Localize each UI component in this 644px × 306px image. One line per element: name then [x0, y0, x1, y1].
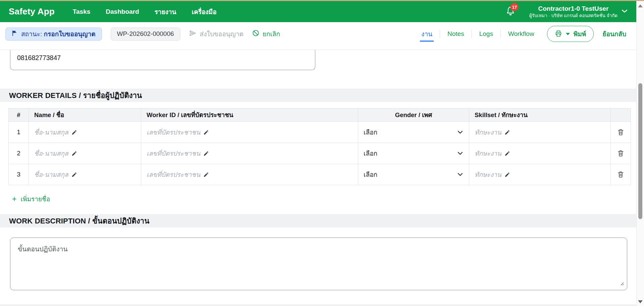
worker-id-field[interactable]: เลขที่บัตรประชาชน: [147, 148, 209, 158]
print-dropdown-caret[interactable]: [566, 33, 570, 35]
work-description-textarea[interactable]: [10, 238, 627, 290]
pencil-icon: [203, 130, 209, 135]
pencil-icon: [504, 151, 510, 156]
back-button[interactable]: ย้อนกลับ: [602, 29, 626, 39]
delete-row-button[interactable]: [611, 150, 631, 157]
phone-number-input[interactable]: [10, 50, 315, 70]
permit-toolbar: สถานะ: กรอกใบขออนุญาต WP-202602-000006 ส…: [0, 22, 636, 50]
pencil-icon: [504, 172, 510, 177]
app-window: Safety App Tasks Dashboard รายงาน เครื่อ…: [0, 0, 644, 306]
app-header: Safety App Tasks Dashboard รายงาน เครื่อ…: [0, 1, 636, 22]
add-worker-button[interactable]: + เพิ่มรายชื่อ: [12, 194, 50, 204]
brand-logo[interactable]: Safety App: [9, 6, 55, 17]
status-value: กรอกใบขออนุญาต: [44, 31, 96, 38]
permit-id: WP-202602-000006: [117, 30, 174, 38]
worker-name-field[interactable]: ชื่อ-นามสกุล: [34, 169, 77, 180]
plus-icon: +: [12, 195, 16, 203]
worker-details-title: WORKER DETAILS / รายชื่อผู้ปฏิบัติงาน: [9, 90, 142, 101]
pencil-icon: [504, 130, 510, 135]
skillset-field[interactable]: ทักษะงาน: [475, 169, 510, 180]
submit-permit-label: ส่งใบขออนุญาต: [200, 29, 244, 39]
tab-logs[interactable]: Logs: [478, 28, 494, 40]
nav-item-dashboard[interactable]: Dashboard: [106, 8, 139, 15]
permit-id-chip: WP-202602-000006: [111, 28, 180, 41]
user-role-company: ผู้รับเหมา · บริษัท แกรนด์ คอนสตรัคชั่น …: [529, 13, 618, 19]
work-description-section-header: WORK DESCRIPTION / ขั้นตอนปฏิบัติงาน: [0, 214, 636, 227]
pencil-icon: [71, 172, 77, 177]
worker-id-field[interactable]: เลขที่บัตรประชาชน: [147, 127, 209, 137]
send-icon: [189, 30, 197, 39]
pencil-icon: [203, 172, 209, 177]
delete-row-button[interactable]: [611, 171, 631, 178]
pencil-icon: [203, 151, 209, 156]
gender-select[interactable]: เลือก: [364, 148, 464, 158]
bell-icon: [506, 12, 515, 17]
col-header-name: Name / ชื่อ: [29, 108, 141, 122]
printer-icon: [555, 30, 562, 38]
work-description-title: WORK DESCRIPTION / ขั้นตอนปฏิบัติงาน: [9, 215, 149, 227]
gender-select[interactable]: เลือก: [364, 169, 464, 180]
pencil-icon: [71, 151, 77, 156]
tab-work[interactable]: งาน: [420, 26, 434, 42]
worker-name-field[interactable]: ชื่อ-นามสกุล: [34, 127, 77, 137]
permit-form: WORKER DETAILS / รายชื่อผู้ปฏิบัติงาน # …: [0, 50, 636, 306]
user-name: Contractor1-0 TestUser: [529, 5, 618, 13]
nav-item-tasks[interactable]: Tasks: [73, 8, 90, 15]
print-button[interactable]: พิมพ์: [547, 26, 594, 42]
chevron-down-icon: [458, 173, 463, 176]
row-number: 3: [9, 164, 29, 185]
print-label: พิมพ์: [574, 29, 586, 39]
trash-icon: [618, 171, 624, 178]
trash-icon: [618, 150, 624, 157]
worker-table-header-row: # Name / ชื่อ Worker ID / เลขที่บัตรประช…: [9, 108, 631, 122]
worker-row: 1 ชื่อ-นามสกุล เลขที่บัตรประชาชน เลือก ท…: [9, 122, 631, 143]
col-header-worker-id: Worker ID / เลขที่บัตรประชาชน: [141, 108, 358, 122]
notifications-button[interactable]: 17: [506, 6, 516, 17]
skillset-field[interactable]: ทักษะงาน: [475, 127, 510, 137]
scroll-up-arrow[interactable]: [638, 4, 643, 7]
nav-item-reports[interactable]: รายงาน: [155, 7, 176, 17]
row-number: 1: [9, 122, 29, 143]
worker-id-field[interactable]: เลขที่บัตรประชาชน: [147, 169, 209, 180]
nav-item-tools[interactable]: เครื่องมือ: [192, 7, 217, 17]
status-label: สถานะ:: [21, 31, 42, 38]
col-header-gender: Gender / เพศ: [358, 108, 469, 122]
add-worker-label: เพิ่มรายชื่อ: [20, 194, 50, 204]
flag-icon: [12, 30, 18, 38]
tab-separator: [500, 30, 501, 38]
submit-permit-button[interactable]: ส่งใบขออนุญาต: [189, 29, 244, 39]
prohibition-icon: [252, 30, 259, 38]
main-nav: Tasks Dashboard รายงาน เครื่องมือ: [73, 7, 217, 17]
worker-table: # Name / ชื่อ Worker ID / เลขที่บัตรประช…: [8, 108, 631, 185]
scrollbar-thumb[interactable]: [638, 83, 642, 219]
notification-count-badge: 17: [511, 3, 519, 11]
detail-tabs: งาน Notes Logs Workflow: [420, 26, 536, 42]
pencil-icon: [71, 130, 77, 135]
tab-notes[interactable]: Notes: [446, 28, 466, 40]
delete-row-button[interactable]: [611, 129, 631, 136]
col-header-skillset: Skillset / ทักษะงาน: [469, 108, 611, 122]
user-menu[interactable]: Contractor1-0 TestUser ผู้รับเหมา · บริษ…: [529, 5, 628, 18]
skillset-field[interactable]: ทักษะงาน: [475, 148, 510, 158]
gender-select[interactable]: เลือก: [364, 127, 464, 137]
tab-separator: [440, 30, 440, 38]
worker-details-section-header: WORKER DETAILS / รายชื่อผู้ปฏิบัติงาน: [0, 89, 636, 102]
chevron-down-icon: [458, 131, 463, 134]
trash-icon: [618, 129, 624, 136]
col-header-index: #: [9, 108, 29, 122]
chevron-down-icon: [458, 152, 463, 155]
worker-row: 3 ชื่อ-นามสกุล เลขที่บัตรประชาชน เลือก ท…: [9, 164, 631, 185]
page-scrollbar[interactable]: [636, 1, 644, 306]
cancel-label: ยกเลิก: [263, 29, 280, 39]
status-chip: สถานะ: กรอกใบขออนุญาต: [5, 28, 102, 41]
worker-row: 2 ชื่อ-นามสกุล เลขที่บัตรประชาชน เลือก ท…: [9, 143, 631, 164]
worker-name-field[interactable]: ชื่อ-นามสกุล: [34, 148, 77, 158]
cancel-button[interactable]: ยกเลิก: [252, 29, 280, 39]
tab-separator: [472, 30, 472, 38]
tab-workflow[interactable]: Workflow: [507, 28, 536, 40]
chevron-down-icon: [622, 8, 628, 14]
row-number: 2: [9, 143, 29, 164]
col-header-actions: [611, 108, 631, 122]
next-section-band: [0, 304, 636, 306]
scroll-down-arrow[interactable]: [638, 300, 643, 303]
